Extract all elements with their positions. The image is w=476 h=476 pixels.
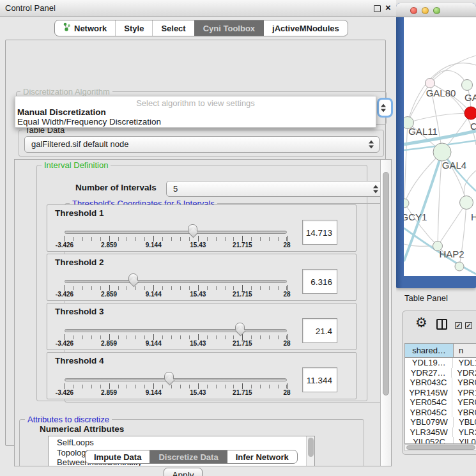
slider-thumb[interactable] xyxy=(128,273,138,282)
table-cell[interactable]: YDR27… xyxy=(405,368,452,378)
scrollbar-thumb[interactable] xyxy=(308,438,314,457)
table-cell[interactable]: YBL079W xyxy=(405,417,454,427)
threshold-slider[interactable]: -3.4262.8599.14415.4321.71528 xyxy=(65,303,287,351)
tab-select[interactable]: Select xyxy=(152,20,194,36)
slider-thumb[interactable] xyxy=(188,224,197,233)
slider-ticks xyxy=(65,335,287,339)
table-cell[interactable]: YER054C xyxy=(405,397,452,408)
tab-style[interactable]: Style xyxy=(115,20,152,36)
network-node[interactable] xyxy=(462,80,473,91)
tick-label: 2.859 xyxy=(101,340,117,347)
threshold-value-field[interactable]: 11.344 xyxy=(302,367,337,392)
table-row[interactable]: YIL052CYIL0 xyxy=(405,437,476,444)
table-cell[interactable]: YIL0 xyxy=(454,437,476,444)
tab-infer-network[interactable]: Infer Network xyxy=(227,450,297,463)
node-attribute-table: shared… n YDL19…YDL1YDR27…YDR2YBR043CYBR… xyxy=(404,343,476,444)
control-panel-titlebar: Control Panel × xyxy=(0,0,396,17)
table-cell[interactable]: YPR1 xyxy=(452,388,476,398)
tick-label: 21.715 xyxy=(233,291,252,298)
list-item[interactable]: SelfLoops xyxy=(57,438,314,448)
horizontal-scrollbar[interactable] xyxy=(404,444,476,451)
algorithm-dropdown-popup: Select algorithm to view settings Manual… xyxy=(15,96,376,128)
slider-track[interactable] xyxy=(65,231,287,234)
threshold-slider[interactable]: -3.4262.8599.14415.4321.71528 xyxy=(65,205,287,252)
slider-track[interactable] xyxy=(65,329,287,332)
minimize-traffic-light-icon[interactable] xyxy=(422,7,429,14)
tab-discretize-data[interactable]: Discretize Data xyxy=(150,450,226,463)
tick-label: 28 xyxy=(283,242,290,249)
network-node[interactable] xyxy=(464,107,476,119)
table-data-value: galFiltered.sif default node xyxy=(31,139,128,149)
slider-ticks xyxy=(65,237,287,241)
network-node[interactable] xyxy=(460,196,473,210)
scrollbar-thumb[interactable] xyxy=(406,445,475,450)
network-node-label: GAL4 xyxy=(442,160,466,171)
threshold-slider[interactable]: -3.4262.8599.14415.4321.71528 xyxy=(65,353,287,400)
table-row[interactable]: YPR145WYPR1 xyxy=(405,388,476,398)
vertical-scrollbar[interactable] xyxy=(380,160,391,466)
network-node[interactable] xyxy=(455,262,464,271)
table-panel-title: Table Panel xyxy=(404,293,448,303)
tab-cyni-toolbox[interactable]: Cyni Toolbox xyxy=(194,20,263,36)
network-view-window: GAL80GACGAL11GAL4GCY1HHAP2 xyxy=(396,3,476,288)
dropdown-item-equal-width-frequency[interactable]: Equal Width/Frequency Discretization xyxy=(15,117,376,127)
table-cell[interactable]: YPR145W xyxy=(405,388,452,398)
table-row[interactable]: YBR043CYBR0 xyxy=(405,378,476,388)
table-row[interactable]: YBR045CYBR0 xyxy=(405,408,476,418)
table-cell[interactable]: YBR0 xyxy=(452,408,476,418)
table-cell[interactable]: YDL19… xyxy=(405,358,453,368)
columns-icon[interactable] xyxy=(436,319,447,330)
table-cell[interactable]: YER0 xyxy=(452,397,476,408)
network-node-label: GAL11 xyxy=(408,126,438,137)
checkbox-icon[interactable]: ✓ xyxy=(455,322,462,329)
network-node[interactable] xyxy=(433,143,451,161)
table-cell[interactable]: YDL1 xyxy=(453,358,476,368)
network-node[interactable] xyxy=(426,79,435,88)
table-row[interactable]: YER054CYER0 xyxy=(405,397,476,408)
table-cell[interactable]: YDR2 xyxy=(452,368,476,378)
table-row[interactable]: YDR27…YDR2 xyxy=(405,368,476,378)
algorithm-combobox[interactable] xyxy=(379,100,391,116)
table-cell[interactable]: YIL052C xyxy=(405,437,454,444)
table-row[interactable]: YBL079WYBL0 xyxy=(405,417,476,427)
scrollbar-thumb[interactable] xyxy=(383,172,389,395)
threshold-value-field[interactable]: 6.316 xyxy=(302,269,337,294)
threshold-value-field[interactable]: 14.713 xyxy=(302,220,337,245)
checkbox-icon[interactable]: ✓ xyxy=(465,322,472,329)
tab-impute-data[interactable]: Impute Data xyxy=(86,450,150,463)
dropdown-item-manual-discretization[interactable]: Manual Discretization xyxy=(15,107,376,117)
slider-track[interactable] xyxy=(65,378,287,381)
tab-network[interactable]: Network xyxy=(55,20,115,36)
close-icon[interactable]: × xyxy=(385,2,391,13)
tab-jactivemnodules[interactable]: jActiveMNodules xyxy=(263,20,348,36)
apply-button[interactable]: Apply xyxy=(164,468,203,476)
float-window-icon[interactable] xyxy=(374,5,381,12)
gear-icon[interactable]: ⚙ xyxy=(415,315,427,330)
network-canvas[interactable]: GAL80GACGAL11GAL4GCY1HHAP2 xyxy=(404,17,476,276)
table-row[interactable]: YDL19…YDL1 xyxy=(405,358,476,368)
table-cell[interactable]: YBR0 xyxy=(452,378,476,388)
number-of-intervals-combobox[interactable]: 5 xyxy=(166,181,384,197)
tick-label: 15.43 xyxy=(190,340,206,347)
table-cell[interactable]: YBL0 xyxy=(454,417,476,427)
number-of-intervals-label: Number of Intervals xyxy=(75,183,157,192)
table-row[interactable]: YLR345WYLR3 xyxy=(405,427,476,438)
column-header-shared-name[interactable]: shared… xyxy=(405,344,454,357)
list-vertical-scrollbar[interactable] xyxy=(306,436,314,466)
interval-definition-label: Interval Definition xyxy=(42,160,111,170)
threshold-slider[interactable]: -3.4262.8599.14415.4321.71528 xyxy=(65,254,287,302)
table-data-combobox[interactable]: galFiltered.sif default node xyxy=(24,136,380,153)
slider-track[interactable] xyxy=(65,280,287,283)
zoom-traffic-light-icon[interactable] xyxy=(433,7,440,14)
table-cell[interactable]: YBR045C xyxy=(405,408,452,418)
slider-thumb[interactable] xyxy=(164,372,174,380)
network-node[interactable] xyxy=(404,199,409,208)
close-traffic-light-icon[interactable] xyxy=(410,7,417,14)
tick-label: -3.426 xyxy=(56,242,73,249)
slider-thumb[interactable] xyxy=(235,323,245,331)
column-header-name[interactable]: n xyxy=(454,344,476,357)
table-cell[interactable]: YBR043C xyxy=(405,378,452,388)
threshold-value-field[interactable]: 21.4 xyxy=(302,318,337,343)
table-cell[interactable]: YLR345W xyxy=(405,427,453,438)
table-cell[interactable]: YLR3 xyxy=(453,427,476,438)
